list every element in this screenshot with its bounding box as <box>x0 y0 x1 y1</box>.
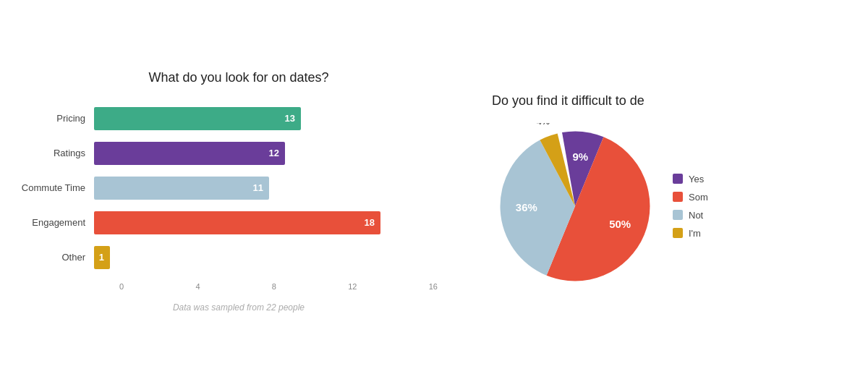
pie-label: 4% <box>537 123 550 127</box>
legend-item: Som <box>673 192 708 203</box>
bar-fill: 18 <box>94 211 380 234</box>
bar-row: Other1 <box>14 242 463 273</box>
bar-label: Commute Time <box>14 182 94 193</box>
bar-value: 11 <box>253 182 263 193</box>
pie-label: 36% <box>516 201 537 213</box>
bar-value: 13 <box>285 113 295 124</box>
legend-color <box>673 174 683 184</box>
footnote: Data was sampled from 22 people <box>173 302 305 313</box>
bar-fill: 12 <box>94 142 285 165</box>
legend-item: Yes <box>673 174 708 184</box>
pie-chart-section: Do you find it difficult to de 9%50%36%4… <box>477 86 868 297</box>
bar-fill: 13 <box>94 107 301 130</box>
axis-tick: 0 <box>119 282 124 291</box>
legend-label: Som <box>689 192 708 203</box>
pie-area: 9%50%36%4% YesSomNotI'm <box>492 123 708 289</box>
bar-value: 12 <box>269 148 279 158</box>
legend-color <box>673 210 683 220</box>
axis-tick: 16 <box>429 282 438 291</box>
legend-color <box>673 228 683 238</box>
pie-chart-title: Do you find it difficult to de <box>492 93 644 109</box>
pie-label: 9% <box>572 150 588 163</box>
bar-chart-title: What do you look for on dates? <box>148 70 328 85</box>
pie-label: 50% <box>609 217 631 229</box>
bar-track: 12 <box>94 142 463 165</box>
axis-tick: 12 <box>348 282 357 291</box>
bar-chart: Pricing13Ratings12Commute Time11Engageme… <box>14 103 463 276</box>
charts-container: What do you look for on dates? Pricing13… <box>0 0 868 382</box>
bar-row: Commute Time11 <box>14 172 463 204</box>
pie-svg: 9%50%36%4% <box>492 123 658 289</box>
bar-track: 13 <box>94 107 463 130</box>
bar-fill: 11 <box>94 177 269 200</box>
bar-fill: 1 <box>94 246 110 269</box>
bar-axis: 0481216 <box>119 279 438 291</box>
bar-track: 1 <box>94 246 463 269</box>
bar-track: 11 <box>94 177 463 200</box>
bar-label: Ratings <box>14 148 94 158</box>
bar-value: 18 <box>365 217 375 228</box>
bar-value: 1 <box>99 252 104 263</box>
bar-row: Ratings12 <box>14 137 463 169</box>
bar-track: 18 <box>94 211 463 234</box>
legend-color <box>673 192 683 202</box>
pie-legend: YesSomNotI'm <box>673 174 708 239</box>
axis-tick: 4 <box>195 282 200 291</box>
legend-label: I'm <box>689 228 701 239</box>
bar-label: Engagement <box>14 217 94 228</box>
bar-label: Pricing <box>14 113 94 124</box>
bar-chart-section: What do you look for on dates? Pricing13… <box>0 63 477 320</box>
axis-tick: 8 <box>272 282 276 291</box>
legend-label: Not <box>689 210 703 221</box>
legend-item: Not <box>673 210 708 221</box>
bar-row: Pricing13 <box>14 103 463 135</box>
legend-item: I'm <box>673 228 708 239</box>
bar-row: Engagement18 <box>14 207 463 239</box>
legend-label: Yes <box>689 174 704 184</box>
bar-label: Other <box>14 252 94 263</box>
